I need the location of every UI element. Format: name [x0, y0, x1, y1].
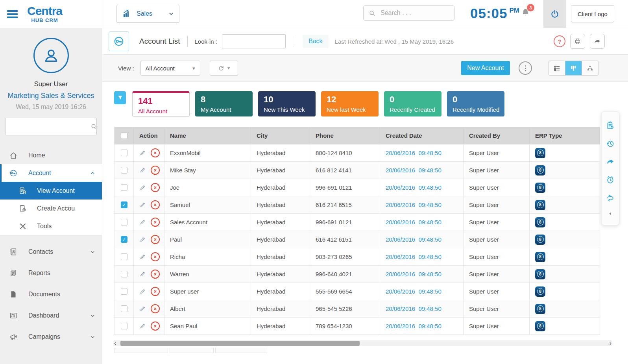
delete-icon[interactable]: × — [151, 218, 160, 227]
erp-badge-icon[interactable]: 8 — [535, 252, 545, 262]
erp-badge-icon[interactable]: 8 — [535, 304, 545, 314]
scroll-left-icon[interactable]: ‹ — [114, 340, 116, 347]
sidebar-item-view-account[interactable]: View Account — [0, 182, 102, 200]
erp-badge-icon[interactable]: 8 — [535, 183, 545, 193]
delete-icon[interactable]: × — [151, 252, 160, 261]
row-checkbox[interactable] — [121, 305, 127, 312]
table-row[interactable]: ×AlbertHyderabad965-545 522620/06/2016 0… — [114, 300, 600, 318]
erp-badge-icon[interactable]: 8 — [535, 217, 545, 227]
share-button[interactable] — [590, 34, 605, 49]
hamburger-menu-icon[interactable] — [7, 9, 18, 20]
erp-badge-icon[interactable]: 8 — [535, 200, 545, 210]
hierarchy-view-button[interactable] — [582, 61, 598, 75]
scrollbar-thumb[interactable] — [120, 341, 360, 346]
erp-badge-icon[interactable]: 8 — [535, 235, 545, 245]
delete-icon[interactable]: × — [151, 200, 160, 209]
sidebar-item-create-accou[interactable]: Create Accou — [0, 200, 102, 217]
scroll-right-icon[interactable]: › — [610, 340, 611, 347]
account-module-button[interactable] — [109, 31, 129, 51]
created-date-link[interactable]: 20/06/2016 09:48:50 — [386, 253, 441, 260]
column-header-phone[interactable]: Phone — [310, 127, 380, 144]
row-checkbox[interactable]: ✓ — [121, 236, 127, 243]
sidebar-item-account[interactable]: Account — [0, 164, 102, 182]
sidebar-item-reports[interactable]: Reports — [0, 262, 102, 284]
collapse-button[interactable] — [607, 207, 614, 220]
notifications-button[interactable]: 3 — [520, 7, 531, 18]
created-date-link[interactable]: 20/06/2016 09:48:50 — [386, 271, 441, 277]
created-date-link[interactable]: 20/06/2016 09:48:50 — [386, 305, 441, 312]
help-button[interactable]: ? — [554, 35, 565, 47]
created-date-link[interactable]: 20/06/2016 09:48:50 — [386, 288, 441, 295]
sidebar-search-input[interactable] — [10, 123, 90, 130]
back-button[interactable]: Back — [303, 35, 329, 48]
delete-icon[interactable]: × — [151, 183, 160, 192]
edit-icon[interactable] — [139, 271, 146, 277]
delete-icon[interactable]: × — [151, 148, 160, 157]
created-date-link[interactable]: 20/06/2016 09:48:50 — [386, 150, 441, 156]
lookin-input[interactable] — [222, 38, 286, 44]
column-header-created-date[interactable]: Created Date — [380, 127, 464, 144]
select-all-checkbox[interactable] — [121, 132, 127, 139]
sidebar-item-campaigns[interactable]: Campaigns — [0, 326, 102, 347]
edit-icon[interactable] — [139, 167, 146, 174]
delete-icon[interactable]: × — [151, 166, 160, 175]
table-row[interactable]: ×Sales AccountHyderabad996-691 012120/06… — [114, 214, 600, 231]
row-checkbox[interactable] — [121, 184, 127, 191]
tasks-button[interactable] — [606, 116, 615, 135]
table-row[interactable]: ×WarrenHyderabad996-640 402120/06/2016 0… — [114, 266, 600, 283]
edit-icon[interactable] — [139, 305, 146, 312]
view-select[interactable]: All Account ▾ — [140, 61, 200, 76]
row-checkbox[interactable] — [121, 167, 127, 174]
column-header-erp-type[interactable]: ERP Type — [530, 127, 600, 144]
print-button[interactable] — [570, 34, 585, 49]
table-row[interactable]: ✓×PaulHyderabad616 412 615120/06/2016 09… — [114, 231, 600, 248]
table-row[interactable]: ×Super userHyderabad555-569 665420/06/20… — [114, 283, 600, 300]
column-header-city[interactable]: City — [251, 127, 310, 144]
view-360-button[interactable] — [606, 189, 615, 207]
row-checkbox[interactable] — [121, 271, 127, 277]
sidebar-item-dashboard[interactable]: Dashboard — [0, 305, 102, 326]
sidebar-item-home[interactable]: Home — [0, 146, 102, 164]
sidebar-item-tools[interactable]: Tools — [0, 217, 102, 235]
stat-card-new-this-week[interactable]: 10New This Week — [258, 91, 316, 116]
refresh-button[interactable]: ▾ — [210, 61, 238, 76]
column-header-name[interactable]: Name — [164, 127, 251, 144]
erp-badge-icon[interactable]: 8 — [535, 269, 545, 279]
stat-card-recently-modified[interactable]: 0Recently Modified — [447, 91, 504, 116]
erp-badge-icon[interactable]: 8 — [535, 148, 545, 158]
table-row[interactable]: ×JoeHyderabad996-691 012120/06/2016 09:4… — [114, 179, 600, 196]
edit-icon[interactable] — [139, 288, 146, 295]
row-checkbox[interactable] — [121, 219, 127, 225]
list-view-button[interactable] — [549, 61, 565, 75]
stat-card-my-account[interactable]: 8My Account — [195, 91, 253, 116]
edit-icon[interactable] — [139, 184, 146, 191]
erp-badge-icon[interactable]: 8 — [535, 321, 545, 331]
delete-icon[interactable]: × — [151, 270, 160, 279]
delete-icon[interactable]: × — [151, 322, 160, 331]
row-checkbox[interactable] — [121, 323, 127, 329]
erp-badge-icon[interactable]: 8 — [535, 286, 545, 297]
column-header-created-by[interactable]: Created By — [464, 127, 530, 144]
filter-button[interactable] — [114, 91, 126, 104]
created-date-link[interactable]: 20/06/2016 09:48:50 — [386, 167, 441, 174]
created-date-link[interactable]: 20/06/2016 09:48:50 — [386, 201, 441, 208]
row-checkbox[interactable] — [121, 288, 127, 295]
edit-icon[interactable] — [139, 253, 146, 260]
stat-card-recently-created[interactable]: 0Recently Created — [384, 91, 441, 116]
edit-icon[interactable] — [139, 236, 146, 243]
row-checkbox[interactable]: ✓ — [121, 201, 127, 208]
table-row[interactable]: ✓×SamuelHyderabad616 214 651520/06/2016 … — [114, 196, 600, 214]
share-button[interactable] — [606, 153, 615, 171]
created-date-link[interactable]: 20/06/2016 09:48:50 — [386, 323, 441, 329]
kanban-view-button[interactable] — [565, 61, 582, 75]
module-selector[interactable]: Sales — [116, 5, 179, 23]
stat-card-all-account[interactable]: 141All Account — [132, 91, 190, 116]
created-date-link[interactable]: 20/06/2016 09:48:50 — [386, 184, 441, 191]
table-row[interactable]: ×Sean PaulHyderabad789 654-123020/06/201… — [114, 318, 600, 335]
created-date-link[interactable]: 20/06/2016 09:48:50 — [386, 219, 441, 225]
logout-button[interactable] — [543, 0, 566, 28]
table-row[interactable]: ×RichaHyderabad903-273 026520/06/2016 09… — [114, 248, 600, 266]
edit-icon[interactable] — [139, 201, 146, 208]
global-search-input[interactable] — [380, 9, 463, 17]
edit-icon[interactable] — [139, 219, 146, 225]
